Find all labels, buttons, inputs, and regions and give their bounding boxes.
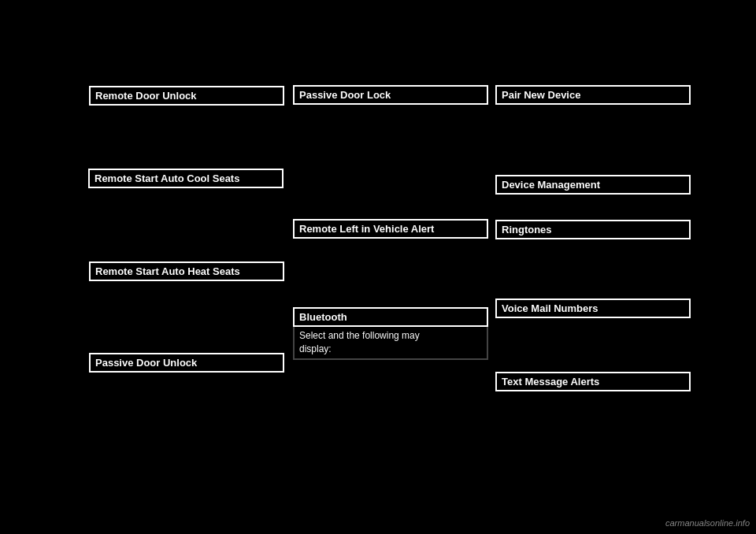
device-management-label: Device Management — [495, 175, 691, 195]
bluetooth-label: Bluetooth — [293, 307, 488, 327]
bluetooth-description-text: Select and the following may display: — [293, 327, 488, 360]
watermark: carmanualsonline.info — [665, 518, 750, 528]
ringtones-label: Ringtones — [495, 220, 691, 239]
remote-door-unlock-label: Remote Door Unlock — [89, 86, 284, 106]
passive-door-lock-label: Passive Door Lock — [293, 85, 488, 105]
remote-start-auto-cool-seats-label: Remote Start Auto Cool Seats — [88, 169, 284, 188]
remote-start-auto-heat-seats-label: Remote Start Auto Heat Seats — [89, 261, 284, 281]
passive-door-unlock-label: Passive Door Unlock — [89, 353, 284, 373]
page-content: Remote Door UnlockPassive Door LockPair … — [0, 0, 756, 534]
voice-mail-numbers-label: Voice Mail Numbers — [495, 299, 691, 318]
remote-left-in-vehicle-alert-label: Remote Left in Vehicle Alert — [293, 219, 488, 239]
pair-new-device-label: Pair New Device — [495, 85, 691, 105]
text-message-alerts-label: Text Message Alerts — [495, 372, 691, 391]
